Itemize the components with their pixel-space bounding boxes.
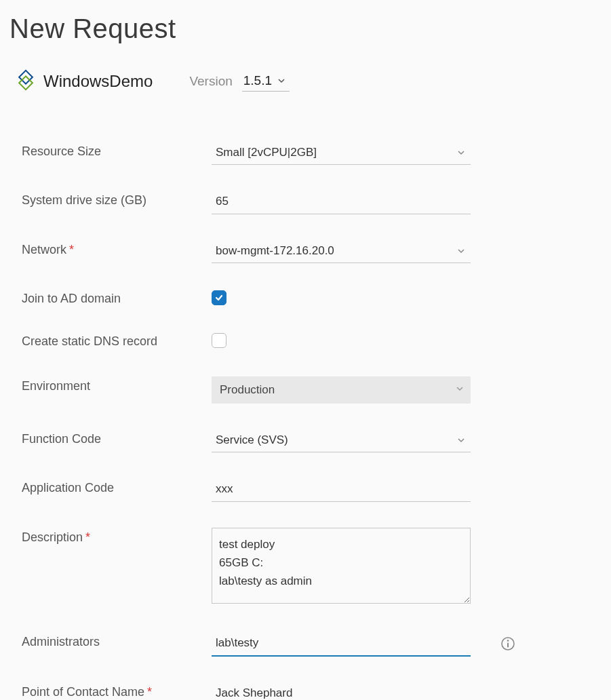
- description-textarea[interactable]: [212, 528, 471, 604]
- label-join-ad: Join to AD domain: [22, 289, 212, 306]
- system-drive-size-input[interactable]: [212, 191, 471, 214]
- product-header: WindowsDemo Version 1.5.1: [9, 66, 602, 97]
- function-code-select[interactable]: Service (SVS): [212, 429, 471, 452]
- required-marker: *: [147, 685, 152, 699]
- label-resource-size: Resource Size: [22, 142, 212, 159]
- info-icon[interactable]: [500, 636, 515, 654]
- svg-rect-4: [507, 643, 509, 648]
- chevron-down-icon: [456, 385, 464, 393]
- network-select[interactable]: bow-mgmt-172.16.20.0: [212, 240, 471, 263]
- application-code-input[interactable]: [212, 478, 471, 502]
- version-label: Version: [189, 74, 232, 89]
- label-environment: Environment: [22, 376, 212, 393]
- version-value: 1.5.1: [243, 73, 272, 88]
- version-select[interactable]: 1.5.1: [242, 72, 290, 92]
- poc-name-input[interactable]: [212, 682, 471, 700]
- create-dns-checkbox[interactable]: [212, 333, 226, 348]
- page-title: New Request: [9, 14, 602, 44]
- request-form: Resource Size Small [2vCPU|2GB] System d…: [9, 124, 602, 700]
- label-description: Description*: [22, 528, 212, 545]
- label-application-code: Application Code: [22, 478, 212, 495]
- label-network: Network*: [22, 240, 212, 257]
- environment-select[interactable]: Production: [212, 376, 471, 404]
- required-marker: *: [69, 243, 74, 256]
- svg-point-3: [507, 640, 509, 642]
- product-logo-icon: [9, 66, 43, 97]
- chevron-down-icon: [277, 77, 285, 85]
- resource-size-select[interactable]: Small [2vCPU|2GB]: [212, 142, 471, 165]
- administrators-input[interactable]: [212, 632, 471, 657]
- label-system-drive-size: System drive size (GB): [22, 191, 212, 208]
- label-function-code: Function Code: [22, 429, 212, 446]
- label-administrators: Administrators: [22, 632, 212, 649]
- required-marker: *: [85, 530, 90, 544]
- product-logo-block: WindowsDemo: [9, 66, 153, 97]
- label-create-dns: Create static DNS record: [22, 332, 212, 349]
- product-name: WindowsDemo: [43, 72, 153, 91]
- label-poc-name: Point of Contact Name*: [22, 682, 212, 699]
- join-ad-checkbox[interactable]: [212, 290, 226, 305]
